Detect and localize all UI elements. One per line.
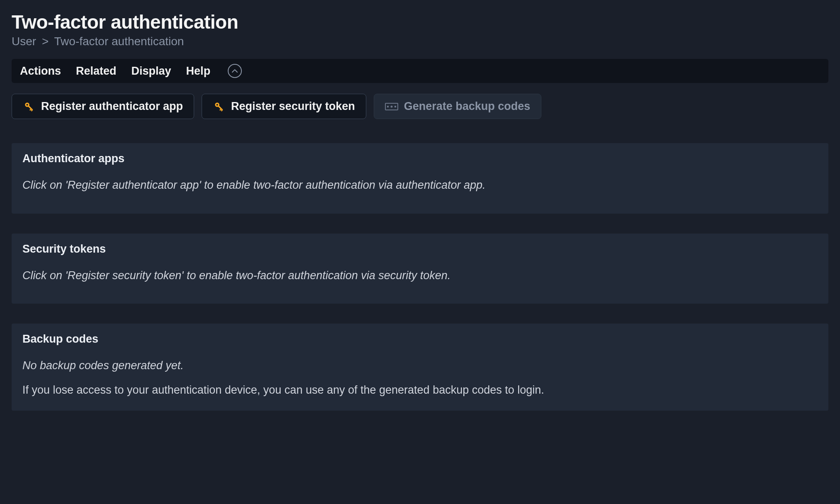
authenticator-apps-title: Authenticator apps	[22, 152, 818, 165]
ticket-icon	[385, 102, 398, 111]
breadcrumb-current: Two-factor authentication	[54, 35, 184, 48]
svg-rect-13	[394, 106, 396, 107]
backup-codes-title: Backup codes	[22, 333, 818, 346]
register-authenticator-label: Register authenticator app	[41, 100, 183, 113]
breadcrumb-root[interactable]: User	[12, 35, 36, 48]
svg-point-11	[390, 105, 392, 107]
menu-help[interactable]: Help	[186, 65, 211, 78]
register-token-button[interactable]: Register security token	[202, 94, 366, 119]
security-tokens-title: Security tokens	[22, 243, 818, 256]
collapse-menu-button[interactable]	[228, 64, 242, 78]
generate-backup-codes-label: Generate backup codes	[404, 100, 531, 113]
register-token-label: Register security token	[231, 100, 355, 113]
breadcrumb-separator: >	[39, 35, 51, 48]
security-tokens-body: Click on 'Register security token' to en…	[22, 267, 818, 284]
backup-codes-info: If you lose access to your authenticatio…	[22, 382, 818, 399]
authenticator-apps-section: Authenticator apps Click on 'Register au…	[12, 143, 828, 214]
authenticator-apps-body: Click on 'Register authenticator app' to…	[22, 177, 818, 194]
backup-codes-empty: No backup codes generated yet.	[22, 357, 818, 374]
menu-actions[interactable]: Actions	[20, 65, 61, 78]
register-authenticator-button[interactable]: Register authenticator app	[12, 94, 194, 119]
backup-codes-section: Backup codes No backup codes generated y…	[12, 324, 828, 411]
key-icon	[213, 100, 225, 113]
action-buttons: Register authenticator app Register secu…	[12, 94, 828, 119]
menubar: Actions Related Display Help	[12, 59, 828, 83]
menu-display[interactable]: Display	[131, 65, 171, 78]
key-icon	[23, 100, 35, 113]
chevron-up-icon	[232, 69, 238, 73]
generate-backup-codes-button: Generate backup codes	[374, 94, 542, 119]
menu-related[interactable]: Related	[76, 65, 117, 78]
security-tokens-section: Security tokens Click on 'Register secur…	[12, 234, 828, 304]
breadcrumb: User > Two-factor authentication	[12, 35, 828, 48]
page-title: Two-factor authentication	[12, 11, 828, 33]
svg-rect-12	[387, 106, 389, 107]
